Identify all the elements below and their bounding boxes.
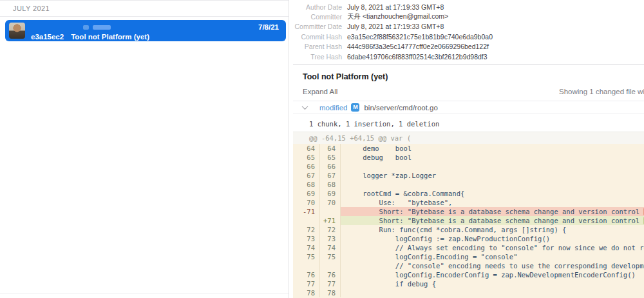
diff-line: 7070 Use: "bytebase", (293, 198, 644, 207)
diff-code (341, 162, 644, 171)
diff-code: // Always set encoding to "console" for … (341, 243, 644, 252)
hunk-header: @@ -64,15 +64,15 @@ var ( (293, 132, 644, 144)
diff-line: 6666 (293, 162, 644, 171)
new-line-number: 77 (320, 279, 341, 288)
commit-short-hash: e3a15ec2 (31, 33, 64, 41)
new-line-number: 65 (320, 153, 341, 162)
old-line-number: 67 (293, 171, 320, 180)
diff-line: 6565 debug bool (293, 153, 644, 162)
diff-code: debug bool (341, 153, 644, 162)
changed-files-summary: Showing 1 changed file with 1 addition a… (559, 88, 644, 95)
commit-list-panel: JULY 2021 e3a15ec2Tool not Platform (yet… (0, 0, 289, 298)
new-line-number: 76 (320, 270, 341, 279)
old-line-number: 75 (293, 252, 320, 261)
metadata-value: e3a15ec2f88f56321c75e1b81b9c740e6da9b0a0 (347, 33, 493, 41)
old-line-number: -71 (293, 207, 320, 216)
metadata-label: Parent Hash (293, 43, 342, 50)
new-line-number: 69 (320, 189, 341, 198)
new-line-number: 75 (320, 252, 341, 261)
new-line-number: 64 (320, 144, 341, 153)
diff-line: 7878 (293, 288, 644, 297)
new-line-number: 67 (320, 171, 341, 180)
commit-date: 7/8/21 (258, 23, 279, 31)
commit-detail-panel: Author DateJuly 8, 2021 at 17:19:33 GMT+… (293, 0, 644, 298)
metadata-row: Parent Hash444c986f3a3e5c14777cff0e2e066… (293, 42, 644, 52)
diff-line: 7777 if debug { (293, 279, 644, 288)
new-line-number: 68 (320, 180, 341, 189)
old-line-number: 77 (293, 279, 320, 288)
file-status-label: modified (319, 104, 347, 112)
diff-code: Run: func(cmd *cobra.Command, args []str… (341, 225, 644, 234)
old-line-number: 69 (293, 189, 320, 198)
diff-code: Short: "Bytebase is a database schema ch… (341, 207, 644, 216)
diff-line: 6868 (293, 180, 644, 189)
old-line-number: 65 (293, 153, 320, 162)
metadata-row: Committer天舟 <tianzhouchen@gmail.com> (293, 12, 644, 21)
old-line-number: 70 (293, 198, 320, 207)
diff-code: logConfig.Encoding = "console" (341, 252, 644, 261)
metadata-row: Commit Hashe3a15ec2f88f56321c75e1b81b9c7… (293, 32, 644, 41)
new-line-number: 78 (320, 288, 341, 297)
metadata-row: Author DateJuly 8, 2021 at 17:19:33 GMT+… (293, 2, 644, 12)
new-line-number: 72 (320, 225, 341, 234)
diff-code: rootCmd = &cobra.Command{ (341, 189, 644, 198)
redacted-author-name (83, 25, 89, 30)
diff-code: // "console" encoding needs to use the c… (341, 261, 644, 270)
diff-toolbar: Expand All Showing 1 changed file with 1… (293, 88, 644, 98)
diff-line: 7575 logConfig.Encoding = "console" (293, 252, 644, 261)
new-line-number (320, 207, 341, 216)
metadata-label: Tree Hash (293, 53, 342, 61)
diff-code: if debug { (341, 279, 644, 288)
diff-line: 6767 logger *zap.Logger (293, 171, 644, 180)
diff-line: 7373 logConfig := zap.NewProductionConfi… (293, 234, 644, 243)
metadata-row: Committer DateJuly 8, 2021 at 17:19:33 G… (293, 22, 644, 32)
commit-list-section-header: JULY 2021 (0, 0, 289, 17)
diff-line: 6464 demo bool (293, 144, 644, 153)
changed-file-row[interactable]: modified M bin/server/cmd/root.go (293, 101, 644, 114)
commit-list-item[interactable]: e3a15ec2Tool not Platform (yet) 7/8/21 (5, 20, 286, 41)
metadata-label: Author Date (293, 3, 342, 11)
diff-line: 7676 logConfig.EncoderConfig = zap.NewDe… (293, 270, 644, 279)
new-line-number: 74 (320, 243, 341, 252)
old-line-number (293, 216, 320, 225)
diff-view[interactable]: 6464 demo bool6565 debug bool66666767 lo… (293, 144, 644, 298)
diff-line: // "console" encoding needs to use the c… (293, 261, 644, 270)
metadata-value: July 8, 2021 at 17:19:33 GMT+8 (347, 3, 444, 11)
diff-line: -71 Short: "Bytebase is a database schem… (293, 207, 644, 216)
list-divider (0, 293, 289, 294)
old-line-number: 66 (293, 162, 320, 171)
diff-code: logConfig.EncoderConfig = zap.NewDevelop… (341, 270, 644, 279)
redacted-author-name (93, 25, 111, 30)
diff-line: +71 Short: "Bytebase is a database schem… (293, 216, 644, 225)
new-line-number: 73 (320, 234, 341, 243)
commit-summary-line: e3a15ec2Tool not Platform (yet) (31, 30, 149, 42)
old-line-number: 64 (293, 144, 320, 153)
new-line-number: 70 (320, 198, 341, 207)
git-client-window: JULY 2021 e3a15ec2Tool not Platform (yet… (0, 0, 644, 298)
chevron-down-icon[interactable] (302, 103, 308, 110)
commit-title: Tool not Platform (yet) (303, 72, 388, 81)
old-line-number: 68 (293, 180, 320, 189)
new-line-number (320, 261, 341, 270)
expand-all-button[interactable]: Expand All (303, 88, 337, 95)
diff-line: 7474 // Always set encoding to "console"… (293, 243, 644, 252)
section-header-label: JULY 2021 (13, 5, 50, 12)
commit-message: Tool not Platform (yet) (71, 33, 149, 41)
old-line-number: 78 (293, 288, 320, 297)
commit-metadata: Author DateJuly 8, 2021 at 17:19:33 GMT+… (293, 0, 644, 65)
modified-badge-icon: M (351, 103, 359, 112)
diff-line: 6969 rootCmd = &cobra.Command{ (293, 189, 644, 198)
metadata-value: 6dabe419706c6f883ff02514c3bf2612b9d98df3 (347, 53, 488, 61)
diff-code: Short: "Bytebase is a database schema ch… (341, 216, 644, 225)
old-line-number (293, 261, 320, 270)
metadata-label: Committer Date (293, 23, 342, 30)
metadata-label: Commit Hash (293, 33, 342, 41)
new-line-number: 66 (320, 162, 341, 171)
file-path: bin/server/cmd/root.go (364, 104, 437, 112)
chunk-stats: 1 chunk, 1 insertion, 1 deletion (309, 120, 439, 128)
metadata-value: July 8, 2021 at 17:19:33 GMT+8 (347, 23, 444, 30)
diff-line: 7272 Run: func(cmd *cobra.Command, args … (293, 225, 644, 234)
old-line-number: 72 (293, 225, 320, 234)
old-line-number: 76 (293, 270, 320, 279)
avatar (9, 23, 25, 39)
